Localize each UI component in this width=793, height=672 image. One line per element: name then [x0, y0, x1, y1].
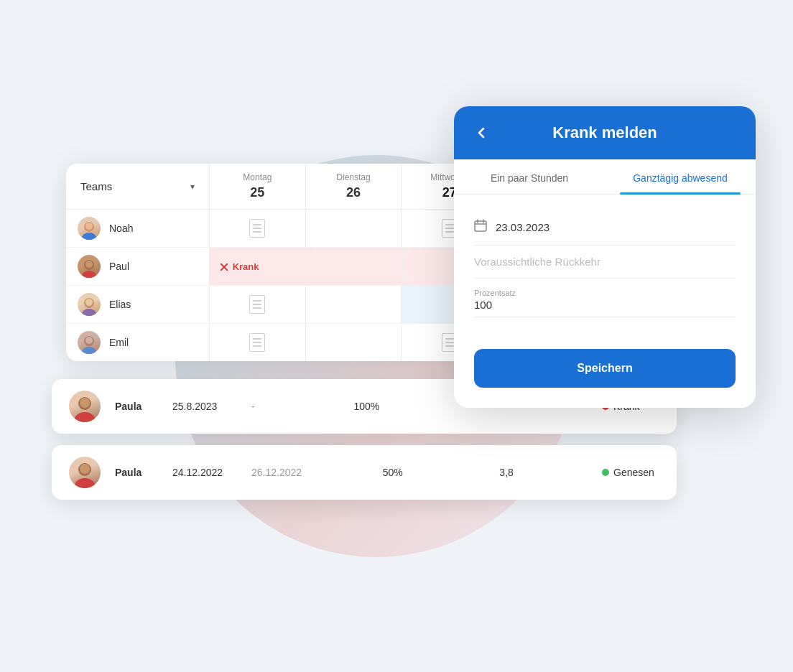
svg-point-7	[82, 309, 96, 316]
notif-name: Paula	[115, 401, 158, 412]
person-cell-emil: Emil	[66, 324, 210, 361]
day-cell	[306, 210, 402, 247]
day-cell	[210, 324, 306, 361]
document-icon	[249, 295, 265, 314]
person-name-elias: Elias	[109, 299, 131, 310]
day-num-25: 25	[215, 185, 300, 200]
date-field[interactable]: 23.03.2023	[474, 209, 736, 246]
tabs-row: Ein paar Stunden Ganztägig abwesend	[454, 159, 756, 195]
prozent-field[interactable]: Prozentsatz 100	[474, 279, 736, 317]
calendar-icon	[474, 219, 487, 235]
svg-rect-18	[475, 221, 486, 231]
svg-point-13	[75, 412, 95, 422]
day-num-26: 26	[312, 185, 396, 200]
notif-percent: 100%	[353, 401, 389, 412]
calendar-panel: Teams ▾ Montag 25 Dienstag 26 Mittwoc… 2…	[66, 164, 497, 361]
krank-label: Krank	[233, 261, 259, 272]
avatar	[78, 331, 101, 354]
tab-ein-paar-stunden[interactable]: Ein paar Stunden	[454, 159, 605, 194]
prozent-value: 100	[474, 299, 736, 311]
person-cell-elias: Elias	[66, 286, 210, 323]
prozent-label: Prozentsatz	[474, 289, 736, 297]
person-name-paul: Paul	[109, 261, 129, 272]
status-badge: Genesen	[602, 467, 659, 478]
rueckkehr-field[interactable]: Voraussichtliche Rückkehr	[474, 246, 736, 279]
notif-date-end: 26.12.2022	[251, 467, 302, 478]
svg-point-17	[80, 464, 90, 474]
back-button[interactable]	[474, 126, 488, 140]
krank-panel: Krank melden Ein paar Stunden Ganztägig …	[454, 106, 756, 408]
save-button[interactable]: Speichern	[474, 349, 736, 388]
avatar	[69, 391, 101, 422]
tab-label: Ein paar Stunden	[491, 172, 568, 184]
day-cell	[210, 210, 306, 247]
day-name-montag: Montag	[215, 172, 300, 182]
krank-fields: 23.03.2023 Voraussichtliche Rückkehr Pro…	[454, 195, 756, 335]
person-cell-paul: Paul	[66, 248, 210, 285]
tab-label: Ganztägig abwesend	[633, 172, 728, 184]
svg-point-4	[82, 271, 96, 278]
svg-point-10	[82, 347, 96, 354]
notif-name: Paula	[115, 467, 158, 478]
notif-days: 3,8	[499, 467, 521, 478]
calendar-header: Teams ▾ Montag 25 Dienstag 26 Mittwoc… 2…	[66, 164, 497, 210]
notif-percent: 50%	[383, 467, 419, 478]
day-cell	[210, 286, 306, 323]
person-name-noah: Noah	[109, 223, 133, 234]
avatar	[69, 457, 101, 488]
svg-point-5	[85, 261, 93, 268]
table-row: Emil	[66, 324, 497, 361]
day-cell	[306, 324, 402, 361]
person-cell-noah: Noah	[66, 210, 210, 247]
avatar	[78, 217, 101, 240]
table-row: Noah	[66, 210, 497, 248]
status-dot-green	[602, 469, 609, 476]
day-col-dienstag: Dienstag 26	[306, 164, 402, 209]
krank-icon	[218, 261, 230, 272]
day-col-montag: Montag 25	[210, 164, 306, 209]
document-icon	[249, 219, 265, 238]
day-name-dienstag: Dienstag	[312, 172, 396, 182]
chevron-down-icon: ▾	[190, 182, 195, 192]
krank-panel-title: Krank melden	[500, 123, 710, 142]
krank-cell: Krank	[210, 248, 312, 285]
scene: Teams ▾ Montag 25 Dienstag 26 Mittwoc… 2…	[37, 49, 756, 623]
svg-point-16	[75, 478, 95, 488]
krank-header: Krank melden	[454, 106, 756, 159]
svg-point-11	[85, 337, 93, 344]
person-name-emil: Emil	[109, 337, 129, 348]
table-row: Elias	[66, 286, 497, 324]
svg-point-8	[85, 299, 93, 306]
svg-point-1	[82, 233, 96, 240]
table-row: Paul Krank	[66, 248, 497, 286]
svg-point-14	[80, 398, 90, 408]
day-cell	[306, 286, 402, 323]
teams-label: Teams	[80, 180, 112, 192]
date-value: 23.03.2023	[496, 221, 549, 233]
avatar	[78, 293, 101, 316]
notif-date-start: 24.12.2022	[172, 467, 237, 478]
svg-point-2	[85, 223, 93, 230]
notif-date-start: 25.8.2023	[172, 401, 237, 412]
document-icon	[249, 333, 265, 352]
krank-body: Ein paar Stunden Ganztägig abwesend	[454, 159, 756, 388]
rueckkehr-placeholder: Voraussichtliche Rückkehr	[474, 256, 600, 268]
teams-dropdown[interactable]: Teams ▾	[66, 164, 210, 209]
day-cell-krank	[312, 248, 405, 285]
tab-ganztagig[interactable]: Ganztägig abwesend	[605, 159, 756, 194]
notif-separator: -	[251, 401, 255, 412]
avatar	[78, 255, 101, 278]
list-item: Paula 24.12.2022 26.12.2022 50% 3,8 Gene…	[52, 445, 677, 500]
status-label: Genesen	[613, 467, 654, 478]
